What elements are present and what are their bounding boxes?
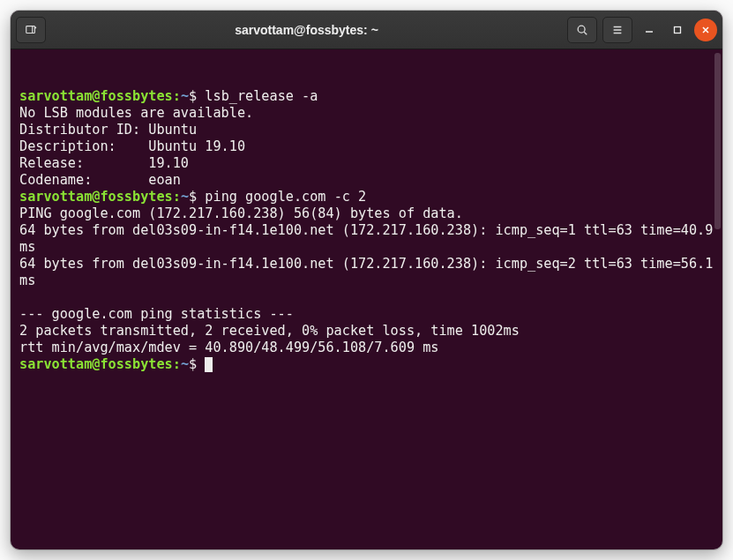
output-line: 64 bytes from del03s09-in-f14.1e100.net … (19, 256, 722, 288)
svg-point-4 (578, 26, 585, 33)
prompt-sep: : (173, 356, 181, 372)
output-line: Release: 19.10 (19, 155, 189, 171)
output-line: Codename: eoan (19, 172, 181, 188)
output-line: --- google.com ping statistics --- (19, 306, 294, 322)
prompt-path: ~ (181, 356, 189, 372)
prompt-symbol: $ (189, 88, 197, 104)
scrollbar-thumb[interactable] (714, 53, 721, 229)
close-icon (701, 26, 710, 34)
menu-button[interactable] (602, 17, 632, 43)
prompt-line-1: sarvottam@fossbytes:~$ lsb_release -a (19, 88, 318, 104)
output-line: rtt min/avg/max/mdev = 40.890/48.499/56.… (19, 340, 438, 355)
minimize-button[interactable] (638, 19, 661, 41)
prompt-sep: : (173, 88, 181, 104)
prompt-path: ~ (181, 189, 189, 205)
search-button[interactable] (567, 17, 597, 43)
search-icon (576, 24, 588, 36)
svg-line-5 (584, 32, 587, 34)
output-line: Distributor ID: Ubuntu (19, 122, 197, 138)
svg-rect-0 (26, 26, 35, 33)
new-tab-icon (25, 24, 37, 36)
new-tab-button[interactable] (16, 17, 46, 43)
output-line: 2 packets transmitted, 2 received, 0% pa… (19, 323, 520, 339)
terminal-body[interactable]: sarvottam@fossbytes:~$ lsb_release -a No… (11, 49, 722, 549)
maximize-button[interactable] (666, 19, 689, 41)
titlebar-right (567, 17, 717, 43)
svg-rect-10 (675, 26, 681, 33)
prompt-user: sarvottam@fossbytes (19, 88, 173, 104)
prompt-sep: : (173, 189, 181, 205)
prompt-line-2: sarvottam@fossbytes:~$ ping google.com -… (19, 189, 366, 205)
hamburger-icon (611, 24, 624, 36)
prompt-path: ~ (181, 88, 189, 104)
output-line: Description: Ubuntu 19.10 (19, 138, 245, 154)
prompt-user: sarvottam@fossbytes (19, 189, 173, 205)
prompt-line-3: sarvottam@fossbytes:~$ (19, 356, 213, 372)
minimize-icon (645, 26, 654, 34)
prompt-symbol: $ (189, 356, 197, 372)
titlebar: sarvottam@fossbytes: ~ (11, 11, 722, 49)
command-1: lsb_release -a (205, 88, 318, 104)
terminal-window: sarvottam@fossbytes: ~ sarvottam@fossbyt… (11, 11, 722, 549)
maximize-icon (673, 26, 682, 34)
output-line: 64 bytes from del03s09-in-f14.1e100.net … (19, 222, 722, 255)
prompt-symbol: $ (189, 189, 197, 205)
command-2: ping google.com -c 2 (205, 189, 366, 205)
output-line: PING google.com (172.217.160.238) 56(84)… (19, 205, 463, 221)
cursor (205, 357, 213, 372)
output-line: No LSB modules are available. (19, 105, 253, 121)
close-button[interactable] (694, 19, 717, 41)
window-title: sarvottam@fossbytes: ~ (51, 23, 562, 37)
prompt-user: sarvottam@fossbytes (19, 356, 173, 372)
